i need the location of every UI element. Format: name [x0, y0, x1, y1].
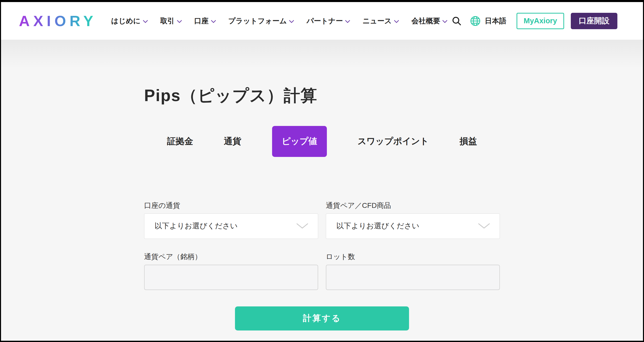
select-value: 以下よりお選びください — [155, 221, 238, 231]
chevron-down-icon — [394, 20, 399, 23]
language-label: 日本語 — [485, 16, 506, 26]
tab-margin[interactable]: 証拠金 — [167, 126, 193, 157]
field-lot-size: ロット数 — [326, 252, 500, 290]
site-header: AXIORY はじめに 取引 口座 プラットフォーム パートナー ニュース 会社… — [1, 2, 643, 40]
calculator-tabs: 証拠金 通貨 ピップ値 スワップポイント 損益 — [144, 126, 500, 157]
nav-item-getting-started[interactable]: はじめに — [111, 16, 148, 26]
pip-calculator-form: 口座の通貨 以下よりお選びください 通貨ペア／CFD商品 以下よりお選びください — [144, 200, 500, 330]
calculate-button[interactable]: 計算する — [235, 306, 409, 330]
globe-icon — [470, 16, 481, 26]
search-icon[interactable] — [452, 16, 462, 26]
nav-item-label: はじめに — [111, 16, 141, 26]
language-selector[interactable]: 日本語 — [470, 16, 506, 26]
nav-item-label: 取引 — [160, 16, 175, 26]
tab-currency[interactable]: 通貨 — [224, 126, 241, 157]
main-nav: はじめに 取引 口座 プラットフォーム パートナー ニュース 会社概要 — [111, 16, 447, 26]
field-label: 通貨ペア／CFD商品 — [326, 200, 500, 210]
chevron-down-icon — [296, 223, 308, 229]
chevron-down-icon — [289, 20, 294, 23]
nav-item-label: ニュース — [362, 16, 392, 26]
chevron-down-icon — [345, 20, 350, 23]
chevron-down-icon — [143, 20, 148, 23]
currency-pair-cfd-select[interactable]: 以下よりお選びください — [326, 213, 500, 239]
main-content: Pips（ピップス）計算 証拠金 通貨 ピップ値 スワップポイント 損益 口座の… — [1, 40, 643, 341]
nav-item-company[interactable]: 会社概要 — [411, 16, 447, 26]
nav-item-accounts[interactable]: 口座 — [194, 16, 216, 26]
tab-profit-loss[interactable]: 損益 — [459, 126, 477, 157]
nav-item-label: パートナー — [306, 16, 343, 26]
myaxiory-button[interactable]: MyAxiory — [517, 13, 564, 29]
nav-item-label: 会社概要 — [411, 16, 440, 26]
currency-pair-symbol-input[interactable] — [144, 265, 318, 290]
nav-item-news[interactable]: ニュース — [362, 16, 399, 26]
header-actions: 日本語 MyAxiory 口座開設 — [452, 13, 617, 29]
field-currency-pair-symbol: 通貨ペア（銘柄） — [144, 252, 318, 290]
nav-item-trading[interactable]: 取引 — [160, 16, 182, 26]
nav-item-platforms[interactable]: プラットフォーム — [228, 16, 294, 26]
field-account-currency: 口座の通貨 以下よりお選びください — [144, 200, 318, 239]
account-currency-select[interactable]: 以下よりお選びください — [144, 213, 318, 239]
chevron-down-icon — [177, 20, 182, 23]
field-label: 口座の通貨 — [144, 200, 318, 210]
chevron-down-icon — [442, 20, 447, 23]
tab-pip-value[interactable]: ピップ値 — [272, 126, 327, 157]
chevron-down-icon — [211, 20, 216, 23]
field-currency-pair-cfd: 通貨ペア／CFD商品 以下よりお選びください — [326, 200, 500, 239]
tab-swap-points[interactable]: スワップポイント — [358, 126, 429, 157]
nav-item-partners[interactable]: パートナー — [306, 16, 350, 26]
nav-item-label: プラットフォーム — [228, 16, 287, 26]
chevron-down-icon — [478, 223, 490, 229]
nav-item-label: 口座 — [194, 16, 209, 26]
open-account-button[interactable]: 口座開設 — [571, 13, 617, 29]
field-label: ロット数 — [326, 252, 500, 262]
lot-size-input[interactable] — [326, 265, 500, 290]
page-title: Pips（ピップス）計算 — [144, 86, 500, 105]
axiory-logo[interactable]: AXIORY — [19, 14, 97, 28]
field-label: 通貨ペア（銘柄） — [144, 252, 318, 262]
select-value: 以下よりお選びください — [336, 221, 419, 231]
